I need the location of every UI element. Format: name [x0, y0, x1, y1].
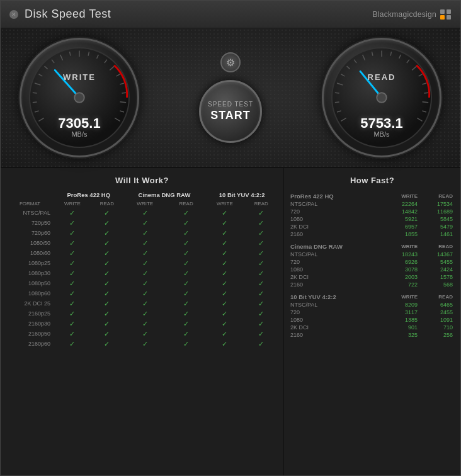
check-icon: ✓ [258, 209, 264, 217]
table-row: 1080p60✓✓✓✓✓✓ [6, 288, 278, 298]
hf-read-value: 5479 [420, 223, 455, 230]
check-icon: ✓ [258, 219, 264, 227]
check-cell: ✓ [123, 288, 167, 298]
hf-read-value: 1578 [420, 273, 455, 281]
prores-header: ProRes 422 HQ [54, 190, 123, 200]
brand-sq-1 [440, 9, 445, 14]
hf-data-row: 2160 1855 1461 [289, 230, 455, 238]
hf-write-value: 1855 [384, 230, 420, 238]
center-controls: ⚙ SPEED TEST START [199, 52, 262, 143]
check-cell: ✓ [244, 218, 278, 228]
check-cell: ✓ [123, 248, 167, 258]
hf-row-label: 2K DCI [289, 324, 384, 331]
check-cell: ✓ [54, 208, 91, 218]
row-label: 1080i60 [6, 248, 54, 258]
hf-read-value: 5455 [420, 258, 455, 266]
brand-sq-4 [447, 15, 451, 20]
svg-line-13 [105, 60, 107, 63]
check-icon: ✓ [104, 249, 110, 257]
check-cell: ✓ [244, 339, 278, 349]
check-cell: ✓ [205, 288, 244, 298]
check-cell: ✓ [167, 218, 205, 228]
svg-line-4 [35, 83, 40, 85]
check-cell: ✓ [123, 319, 167, 329]
svg-line-0 [38, 118, 43, 121]
check-cell: ✓ [91, 309, 123, 319]
svg-line-20 [115, 118, 120, 121]
check-cell: ✓ [91, 278, 123, 288]
check-icon: ✓ [142, 290, 148, 297]
yuv-header: 10 Bit YUV 4:2:2 [205, 190, 278, 200]
close-button[interactable]: ✕ [9, 10, 18, 19]
yuv-read-header: READ [244, 200, 278, 208]
check-icon: ✓ [142, 280, 148, 287]
cinema-write-header: WRITE [123, 200, 167, 208]
check-icon: ✓ [183, 340, 189, 348]
hf-read-value: 710 [420, 324, 455, 331]
check-icon: ✓ [104, 340, 110, 348]
check-icon: ✓ [183, 269, 189, 277]
hf-write-value: 722 [384, 281, 420, 288]
check-icon: ✓ [183, 310, 189, 317]
check-cell: ✓ [167, 248, 205, 258]
check-cell: ✓ [91, 258, 123, 268]
check-icon: ✓ [258, 280, 264, 287]
check-cell: ✓ [244, 278, 278, 288]
check-icon: ✓ [142, 219, 148, 227]
check-icon: ✓ [69, 239, 75, 247]
check-cell: ✓ [123, 339, 167, 349]
check-cell: ✓ [123, 278, 167, 288]
svg-line-31 [363, 55, 365, 60]
write-value: 7305.1 [58, 115, 100, 132]
hf-read-value: 17534 [420, 200, 455, 208]
hf-data-row: 2K DCI 2003 1578 [289, 273, 455, 281]
gauges-area: WRITE 7305.1 MB/s ⚙ SPEED TEST START [1, 28, 460, 167]
write-gauge: WRITE 7305.1 MB/s [20, 38, 139, 157]
svg-line-39 [422, 83, 426, 84]
check-icon: ✓ [142, 229, 148, 237]
check-icon: ✓ [69, 290, 75, 297]
check-cell: ✓ [167, 309, 205, 319]
hf-data-row: 720 14842 11689 [289, 208, 455, 215]
svg-line-18 [120, 102, 127, 103]
hf-read-value: 256 [420, 331, 455, 339]
table-row: 2160p60✓✓✓✓✓✓ [6, 339, 278, 349]
will-it-work-table: ProRes 422 HQ Cinema DNG RAW 10 Bit YUV … [6, 190, 278, 349]
hf-write-col: WRITE [384, 291, 420, 301]
check-cell: ✓ [123, 208, 167, 218]
check-icon: ✓ [222, 300, 227, 307]
table-row: 2160p30✓✓✓✓✓✓ [6, 319, 278, 329]
check-cell: ✓ [54, 278, 91, 288]
hf-section-header: 10 Bit YUV 4:2:2 WRITE READ [289, 291, 455, 301]
check-cell: ✓ [167, 208, 205, 218]
check-icon: ✓ [104, 300, 110, 307]
hf-section-header: Cinema DNG RAW WRITE READ [289, 241, 455, 251]
hf-data-row: 720 6926 5455 [289, 258, 455, 266]
svg-line-29 [347, 66, 350, 69]
write-value-box: 7305.1 MB/s [58, 115, 100, 138]
hf-read-value: 11689 [420, 208, 455, 215]
check-icon: ✓ [222, 330, 227, 337]
hf-write-value: 3117 [384, 309, 420, 316]
settings-button[interactable]: ⚙ [220, 52, 241, 72]
will-it-work-panel: Will It Work? ProRes 422 HQ Cinema DNG R… [1, 168, 284, 475]
check-icon: ✓ [69, 330, 75, 337]
check-icon: ✓ [258, 330, 264, 337]
svg-line-24 [337, 111, 341, 112]
start-btn-top-label: SPEED TEST [208, 101, 253, 108]
check-icon: ✓ [104, 280, 110, 287]
check-icon: ✓ [222, 239, 227, 247]
hf-read-value: 6465 [420, 301, 455, 309]
check-cell: ✓ [54, 218, 91, 228]
svg-line-40 [424, 93, 428, 93]
check-cell: ✓ [167, 278, 205, 288]
svg-line-43 [417, 118, 422, 121]
check-cell: ✓ [167, 339, 205, 349]
check-cell: ✓ [205, 329, 244, 339]
check-cell: ✓ [205, 228, 244, 238]
hf-row-label: 1080 [289, 266, 384, 273]
window-title: Disk Speed Test [25, 8, 111, 21]
format-sub-header: FORMAT [6, 200, 54, 208]
read-value-box: 5753.1 MB/s [360, 115, 402, 138]
start-button[interactable]: SPEED TEST START [199, 80, 262, 143]
